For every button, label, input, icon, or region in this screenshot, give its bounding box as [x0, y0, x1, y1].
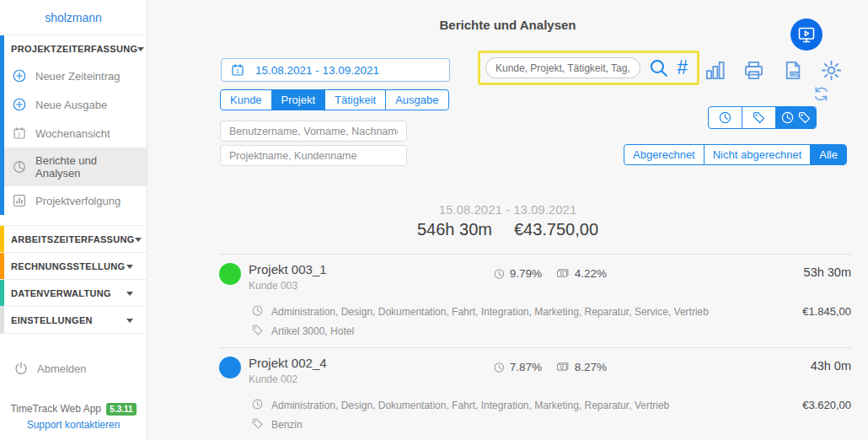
toggle-expenses-only[interactable] [742, 107, 776, 128]
toggle-time-only[interactable] [709, 107, 742, 128]
project-duration: 43h 0m [607, 359, 851, 373]
section-header-datenverwaltung[interactable]: DATENVERWALTUNG [0, 280, 147, 306]
sidebar-item-label: Neuer Zeiteintrag [35, 70, 120, 83]
sidebar-section-datenverwaltung: DATENVERWALTUNG [0, 280, 147, 307]
user-filter-input[interactable] [220, 121, 407, 142]
project-filter-input[interactable] [220, 145, 407, 166]
sidebar-item-label: Projektverfolgung [35, 195, 121, 207]
sidebar-item-wochenansicht[interactable]: Wochenansicht [0, 119, 147, 148]
sidebar-item-neue-ausgabe[interactable]: Neue Ausgabe [0, 90, 147, 119]
bar-chart-icon [704, 59, 726, 82]
print-button[interactable] [742, 59, 765, 82]
calendar-icon [12, 126, 27, 141]
search-highlight-box: # [478, 51, 699, 85]
refresh-button[interactable] [812, 85, 830, 103]
summary-total-amount: €43.750,00 [514, 220, 598, 239]
username[interactable]: sholzmann [0, 0, 147, 35]
cash-icon [555, 359, 570, 375]
tab-ausgabe[interactable]: Ausgabe [386, 90, 447, 110]
project-row[interactable]: Projekt 002_4 Kunde 002 7.87% 8.27% 43h … [219, 347, 851, 440]
customer-name: Kunde 002 [249, 373, 493, 385]
toggle-time-and-expenses[interactable] [776, 107, 816, 128]
project-expenses: Benzin [271, 417, 851, 431]
project-name: Projekt 002_4 [249, 356, 493, 370]
section-label: RECHNUNGSSTELLUNG [11, 261, 125, 271]
section-header-arbeitszeiterfassung[interactable]: ARBEITSZEITERFASSUNG [0, 226, 147, 252]
project-color-dot [219, 357, 241, 378]
report-toolbar [704, 59, 843, 82]
app-window: sholzmann PROJEKTZEITERFASSUNG Neuer Zei… [0, 0, 868, 440]
chevron-down-icon [135, 238, 142, 242]
project-row[interactable]: Projekt 003_1 Kunde 003 9.79% 4.22% 53h … [219, 254, 851, 347]
search-input[interactable] [485, 57, 640, 78]
summary-date-range: 15.08.2021 - 13.09.2021 [147, 202, 868, 217]
app-name: TimeTrack Web App [10, 403, 101, 415]
circle-plus-icon [12, 97, 27, 112]
section-label: PROJEKTZEITERFASSUNG [11, 44, 137, 54]
pie-chart-icon [12, 159, 27, 174]
tab-kunde[interactable]: Kunde [221, 90, 272, 110]
chevron-down-icon [137, 47, 144, 51]
calendar-icon [230, 62, 245, 78]
section-label: EINSTELLUNGEN [11, 315, 93, 325]
section-header-einstellungen[interactable]: EINSTELLUNGEN [0, 307, 147, 333]
filter-alle[interactable]: Alle [811, 145, 846, 164]
video-tutorial-button[interactable] [790, 19, 822, 51]
version-badge: 5.3.11 [106, 403, 136, 416]
section-label: DATENVERWALTUNG [11, 288, 111, 298]
export-csv-icon [781, 59, 804, 82]
chevron-down-icon [126, 292, 133, 296]
sidebar-footer: TimeTrack Web App 5.3.11 Support kontakt… [0, 403, 147, 432]
project-expenses: Artikel 3000, Hotel [271, 324, 851, 337]
section-color-bar [0, 280, 4, 306]
expense-percent: 4.22% [575, 267, 607, 280]
project-color-dot [219, 263, 241, 285]
chevron-down-icon [126, 265, 133, 269]
date-range-value: 15.08.2021 - 13.09.2021 [255, 64, 379, 77]
sidebar-item-neuer-zeiteintrag[interactable]: Neuer Zeiteintrag [0, 62, 147, 90]
time-percent: 9.79% [510, 267, 542, 280]
support-link[interactable]: Support kontaktieren [27, 419, 121, 431]
sidebar-item-label: Wochenansicht [35, 127, 110, 140]
clock-icon [251, 398, 264, 410]
tag-icon [251, 324, 264, 336]
filter-abgerechnet[interactable]: Abgerechnet [624, 145, 705, 164]
gear-icon [820, 59, 843, 82]
tab-projekt[interactable]: Projekt [272, 90, 325, 110]
clock-icon [493, 361, 506, 374]
section-header-rechnungsstellung[interactable]: RECHNUNGSSTELLUNG [0, 253, 147, 279]
tab-taetigkeit[interactable]: Tätigkeit [325, 90, 386, 110]
export-csv-button[interactable] [781, 59, 804, 82]
circle-plus-icon [12, 68, 27, 83]
sidebar-item-label: Berichte und Analysen [35, 154, 137, 180]
summary-total-time: 546h 30m [417, 220, 492, 239]
project-name: Projekt 003_1 [249, 262, 493, 276]
hashtag-icon[interactable]: # [677, 58, 689, 78]
main-content: Berichte und Analysen 15.08.2021 - 13.09… [147, 0, 868, 440]
sidebar-item-berichte-und-analysen[interactable]: Berichte und Analysen [0, 148, 147, 186]
filter-nicht-abgerechnet[interactable]: Nicht abgerechnet [705, 145, 812, 164]
search-icon[interactable] [648, 57, 669, 78]
date-range-picker[interactable]: 15.08.2021 - 13.09.2021 [221, 58, 450, 82]
page-title: Berichte und Analysen [147, 18, 868, 32]
project-amount: €3.620,00 [742, 398, 851, 411]
expense-percent: 8.27% [575, 361, 607, 373]
chevron-down-icon [126, 319, 133, 323]
category-tabs: Kunde Projekt Tätigkeit Ausgabe [220, 89, 449, 110]
video-tutorial-icon [796, 24, 817, 45]
project-percentages: 9.79% 4.22% [493, 266, 607, 282]
time-percent: 7.87% [510, 361, 542, 373]
section-header-projektzeiterfassung[interactable]: PROJEKTZEITERFASSUNG [0, 35, 147, 62]
section-color-bar [0, 35, 4, 215]
sidebar: sholzmann PROJEKTZEITERFASSUNG Neuer Zei… [0, 0, 147, 440]
logout-label: Abmelden [37, 362, 87, 375]
billing-filter: Abgerechnet Nicht abgerechnet Alle [624, 144, 847, 165]
sidebar-section-rechnungsstellung: RECHNUNGSSTELLUNG [0, 253, 147, 280]
bar-chart-button[interactable] [704, 59, 726, 82]
settings-button[interactable] [820, 59, 843, 82]
report-summary: 15.08.2021 - 13.09.2021 546h 30m €43.750… [147, 202, 868, 239]
sidebar-item-projektverfolgung[interactable]: Projektverfolgung [0, 186, 147, 215]
section-color-bar [0, 226, 4, 252]
section-color-bar [0, 307, 4, 333]
logout-button[interactable]: Abmelden [0, 352, 147, 384]
